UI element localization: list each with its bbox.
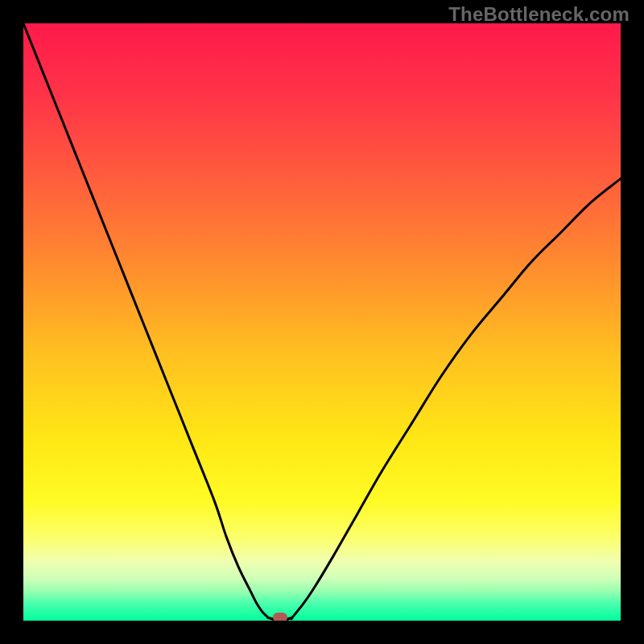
bottleneck-curve (23, 23, 621, 620)
plot-area (23, 23, 621, 621)
optimum-marker (273, 613, 287, 621)
watermark-text: TheBottleneck.com (448, 3, 630, 26)
chart-frame: TheBottleneck.com (0, 0, 644, 644)
curve-svg (23, 23, 621, 621)
